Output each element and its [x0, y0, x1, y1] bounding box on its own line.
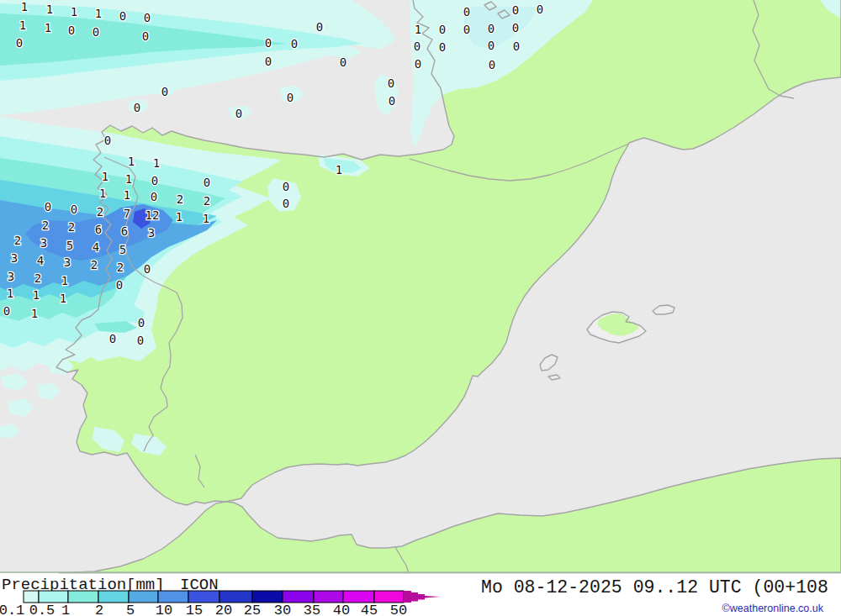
precip-value: 5: [119, 243, 126, 256]
precip-value: 1: [124, 188, 130, 202]
precip-value: 0: [489, 58, 495, 71]
precip-value: 1: [125, 172, 132, 186]
precip-value: 1: [203, 212, 209, 225]
legend-tick-label: 30: [274, 603, 291, 616]
copyright-label: ©weatheronline.co.uk: [722, 603, 824, 614]
precip-value: 0: [235, 107, 242, 120]
precip-value: 0: [71, 203, 77, 216]
precip-value: 1: [61, 274, 68, 287]
precip-value: 5: [66, 239, 73, 252]
precip-value: 0: [316, 20, 323, 34]
legend-tick-label: 10: [156, 603, 172, 616]
precip-value: 0: [93, 25, 99, 39]
precip-value: 0: [283, 180, 289, 193]
legend-color-cell: [98, 591, 129, 603]
precip-value: 0: [161, 85, 168, 98]
precip-value: 1: [19, 18, 26, 32]
precip-value: 1: [33, 288, 40, 302]
precip-value: 0: [144, 262, 151, 276]
precip-value: 0: [291, 37, 298, 50]
precip-value: 1: [71, 5, 77, 18]
precip-value: 3: [8, 270, 14, 283]
precip-value: 0: [138, 316, 145, 329]
precip-value: 0: [513, 39, 520, 53]
precip-value: 0: [389, 94, 395, 108]
precip-value: 7: [124, 207, 130, 220]
legend-tick-label: 2: [95, 603, 103, 616]
map-canvas: 1111001100000000000000100000000000000011…: [0, 0, 841, 616]
precip-value: 0: [144, 11, 151, 24]
precip-value: 0: [414, 39, 420, 53]
legend-color-cell: [39, 591, 68, 603]
precip-value: 3: [40, 236, 47, 250]
precip-value: 6: [95, 223, 102, 236]
legend-color-cell: [252, 591, 283, 603]
precip-value: 0: [488, 39, 495, 52]
precip-value: 0: [265, 55, 272, 68]
precip-value: 0: [287, 91, 294, 104]
precip-value: 1: [7, 287, 13, 300]
precip-value: 0: [134, 101, 140, 114]
precip-value: 2: [177, 192, 183, 206]
precip-value: 1: [45, 21, 51, 34]
precip-value: 1: [176, 210, 182, 224]
legend-color-cell: [374, 591, 404, 603]
precip-value: 0: [283, 197, 289, 210]
datetime-label: Mo 08-12-2025 09..12 UTC (00+108: [481, 577, 828, 598]
precip-value: 2: [117, 261, 124, 274]
precip-value: 0: [415, 57, 421, 71]
precip-value: 0: [512, 21, 519, 34]
precip-value: 0: [204, 176, 210, 189]
legend-tick-label: 25: [244, 603, 261, 616]
legend-tick-label: 15: [186, 603, 203, 616]
precip-value: 0: [388, 76, 394, 90]
legend-tick-label: 35: [304, 603, 320, 616]
legend-color-cell: [188, 591, 220, 603]
precip-value: 0: [151, 174, 158, 187]
precip-value: 0: [488, 22, 495, 35]
precip-value: 1: [21, 0, 28, 13]
precip-value: 1: [336, 163, 342, 176]
precip-value: 12: [145, 208, 160, 222]
legend-color-cell: [343, 591, 374, 603]
weather-map-page: 1111001100000000000000100000000000000011…: [0, 0, 841, 616]
precip-value: 3: [148, 226, 155, 240]
precip-value: 0: [439, 23, 446, 36]
precip-value: 2: [34, 271, 41, 285]
precip-value: 1: [46, 3, 53, 16]
precip-value: 3: [11, 251, 18, 265]
legend-tick-label: 0.1: [0, 603, 24, 616]
precip-value: 1: [415, 23, 421, 36]
precip-value: 0: [119, 9, 126, 23]
legend-color-cell: [129, 591, 158, 603]
legend-color-cell: [24, 591, 39, 603]
precip-value: 0: [512, 3, 519, 17]
precip-value: 0: [137, 334, 144, 347]
precip-value: 3: [64, 255, 71, 269]
precip-value: 1: [99, 187, 106, 200]
precip-value: 0: [142, 29, 149, 43]
precip-value: 1: [31, 307, 38, 320]
legend-tick-label: 1: [61, 603, 70, 616]
precip-value: 0: [439, 40, 446, 54]
precip-value: 0: [116, 278, 123, 292]
precip-value: 0: [109, 332, 116, 345]
precip-value: 4: [37, 254, 44, 267]
precip-value: 0: [45, 200, 51, 213]
legend-color-cell: [283, 591, 314, 603]
precip-value: 1: [60, 292, 66, 305]
legend-tick-label: 0.5: [29, 603, 56, 616]
precip-value: 2: [204, 194, 210, 208]
precip-value: 0: [463, 5, 470, 18]
precip-value: 0: [537, 3, 543, 16]
precip-value: 2: [68, 220, 75, 234]
precip-value: 2: [91, 258, 98, 271]
precip-value: 1: [128, 155, 135, 168]
legend-color-cell: [68, 591, 98, 603]
legend-tick-label: 5: [126, 603, 135, 616]
precip-value: 6: [121, 224, 128, 238]
precip-value: 0: [68, 24, 75, 37]
precip-value: 1: [153, 156, 160, 170]
precip-value: 0: [265, 36, 272, 50]
legend-color-cell: [314, 591, 343, 603]
